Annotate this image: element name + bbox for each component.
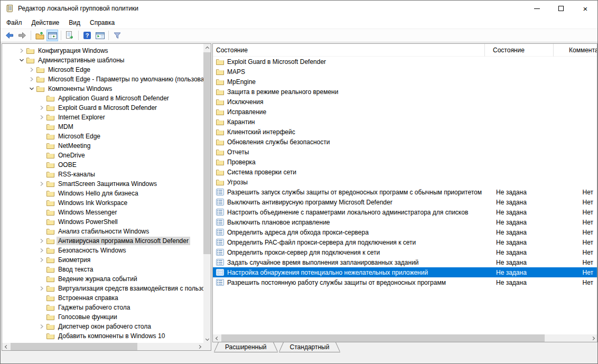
tree-item[interactable]: Анализ стабильности Windows — [2, 227, 203, 236]
tree-item[interactable]: Добавить компоненты в Windows 10 — [2, 331, 203, 341]
filter-button[interactable] — [111, 30, 123, 41]
show-window-button[interactable] — [94, 30, 106, 41]
tree-item[interactable]: RSS-каналы — [2, 170, 203, 179]
list-folder-row[interactable]: Клиентский интерфейс — [213, 127, 597, 137]
close-button[interactable]: × — [573, 1, 597, 16]
tree-item[interactable]: Безопасность Windows — [2, 246, 203, 255]
tree-vscroll-thumb[interactable] — [203, 52, 211, 254]
tree-item[interactable]: Internet Explorer — [2, 113, 203, 122]
list-folder-row[interactable]: Проверка — [213, 157, 597, 167]
tree-item[interactable]: OOBE — [2, 160, 203, 170]
folder-icon — [26, 57, 36, 63]
list-folder-row[interactable]: Система проверки сети — [213, 167, 597, 177]
list-folder-row[interactable]: Карантин — [213, 117, 597, 127]
chevron-right-icon[interactable] — [26, 66, 36, 73]
tree-item[interactable]: Microsoft Edge — [2, 65, 203, 74]
tree-item[interactable]: Голосовые функции — [2, 312, 203, 322]
list-hscroll-thumb[interactable] — [221, 334, 545, 342]
chevron-right-icon[interactable] — [36, 256, 46, 264]
folder-icon — [46, 333, 57, 339]
policy-row[interactable]: Выключить плановое исправлениеНе заданаН… — [213, 217, 597, 227]
menu-item-2[interactable]: Вид — [64, 17, 85, 28]
policy-row[interactable]: Выключить антивирусную программу Microso… — [213, 197, 597, 207]
tree-item[interactable]: Конфигурация Windows — [2, 46, 203, 55]
tree-item[interactable]: Встроенная справка — [2, 293, 203, 303]
list-folder-row[interactable]: MAPS — [213, 67, 597, 77]
tree-hscroll-thumb[interactable] — [11, 343, 137, 350]
tree-item[interactable]: OneDrive — [2, 151, 203, 160]
forward-button[interactable] — [16, 30, 28, 41]
tree-item[interactable]: Административные шаблоны — [2, 55, 203, 65]
chevron-right-icon[interactable] — [16, 47, 26, 54]
list-folder-row[interactable]: Защита в режиме реального времени — [213, 87, 597, 97]
chevron-right-icon[interactable] — [36, 323, 46, 330]
tree-item[interactable]: Windows Hello для бизнеса — [2, 189, 203, 198]
chevron-right-icon[interactable] — [36, 285, 46, 292]
chevron-down-icon[interactable] — [26, 85, 36, 92]
tree-item[interactable]: MDM — [2, 122, 203, 132]
scroll-down-button[interactable] — [203, 335, 211, 343]
chevron-right-icon[interactable] — [36, 114, 46, 121]
tree-item[interactable]: Биометрия — [2, 255, 203, 265]
scroll-right-button[interactable] — [590, 334, 597, 342]
column-header-3[interactable]: Комментарий — [554, 44, 597, 57]
policy-row[interactable]: Определить прокси-сервер для подключения… — [213, 247, 597, 257]
export-list-button[interactable] — [64, 30, 76, 41]
chevron-right-icon[interactable] — [36, 237, 46, 245]
list-body: Exploit Guard в Microsoft DefenderMAPSMp… — [213, 57, 597, 334]
tab-standard[interactable]: Стандартный — [281, 342, 339, 352]
policy-row[interactable]: Определить PAC-файл прокси-сервера для п… — [213, 237, 597, 247]
tree-item[interactable]: Windows Ink Workspace — [2, 198, 203, 208]
tree-item[interactable]: Microsoft Edge - Параметры по умолчанию … — [2, 74, 203, 84]
policy-row[interactable]: Разрешить постоянную работу службы защит… — [213, 277, 597, 287]
up-one-level-button[interactable] — [34, 30, 45, 41]
policy-row[interactable]: Задать случайное время выполнения заплан… — [213, 257, 597, 267]
policy-setting-icon — [216, 259, 224, 266]
tree-item[interactable]: Ведение журнала событий — [2, 274, 203, 284]
policy-row[interactable]: Настроить объединение с параметрами лока… — [213, 207, 597, 217]
tree-item[interactable]: Антивирусная программа Microsoft Defende… — [2, 236, 203, 246]
list-folder-row[interactable]: Отчеты — [213, 147, 597, 157]
tree-item[interactable]: Диспетчер окон рабочего стола — [2, 322, 203, 331]
policy-row[interactable]: Настройка обнаружения потенциально нежел… — [213, 267, 597, 277]
tree-item[interactable]: Виртуализация средств взаимодействия с п… — [2, 284, 203, 293]
list-folder-row[interactable]: Exploit Guard в Microsoft Defender — [213, 57, 597, 67]
tree-item[interactable]: SmartScreen Защитника Windows — [2, 179, 203, 189]
menu-item-0[interactable]: Файл — [2, 17, 27, 28]
tree-item[interactable]: NetMeeting — [2, 141, 203, 151]
tree-item[interactable]: Гаджеты рабочего стола — [2, 303, 203, 312]
scroll-left-button[interactable] — [213, 334, 220, 342]
tree-item[interactable]: Application Guard в Microsoft Defender — [2, 94, 203, 103]
chevron-down-icon[interactable] — [16, 57, 26, 64]
policy-row[interactable]: Определить адреса для обхода прокси-серв… — [213, 227, 597, 237]
list-folder-row[interactable]: Угрозы — [213, 177, 597, 187]
scroll-left-button[interactable] — [2, 343, 10, 350]
list-folder-row[interactable]: MpEngine — [213, 77, 597, 87]
tree-item[interactable]: Windows Messenger — [2, 208, 203, 217]
tab-extended[interactable]: Расширенный — [216, 342, 276, 352]
tree-item[interactable]: Windows PowerShell — [2, 217, 203, 227]
minimize-button[interactable] — [525, 1, 549, 16]
chevron-right-icon[interactable] — [36, 180, 46, 188]
column-header-2[interactable]: Состояние — [485, 44, 554, 57]
back-button[interactable] — [4, 30, 15, 41]
tree-item[interactable]: Компоненты Windows — [2, 84, 203, 94]
chevron-right-icon[interactable] — [36, 104, 46, 111]
chevron-right-icon[interactable] — [36, 247, 46, 254]
tree-item[interactable]: Microsoft Edge — [2, 132, 203, 141]
list-folder-row[interactable]: Исправление — [213, 107, 597, 117]
maximize-button[interactable] — [549, 1, 573, 16]
tree-item[interactable]: Exploit Guard в Microsoft Defender — [2, 103, 203, 113]
chevron-right-icon[interactable] — [26, 76, 36, 83]
list-folder-row[interactable]: Обновления службы безопасности — [213, 137, 597, 147]
policy-row[interactable]: Разрешить запуск службы защиты от вредон… — [213, 187, 597, 197]
menu-item-3[interactable]: Справка — [85, 17, 119, 28]
scroll-up-button[interactable] — [203, 44, 211, 51]
help-button[interactable]: ? — [81, 30, 93, 41]
tree-item[interactable]: Ввод текста — [2, 265, 203, 274]
console-tree-button[interactable] — [46, 30, 58, 41]
scroll-right-button[interactable] — [196, 343, 203, 350]
menu-item-1[interactable]: Действие — [27, 17, 64, 28]
list-folder-row[interactable]: Исключения — [213, 97, 597, 107]
column-header-1[interactable]: Состояние — [213, 44, 485, 57]
